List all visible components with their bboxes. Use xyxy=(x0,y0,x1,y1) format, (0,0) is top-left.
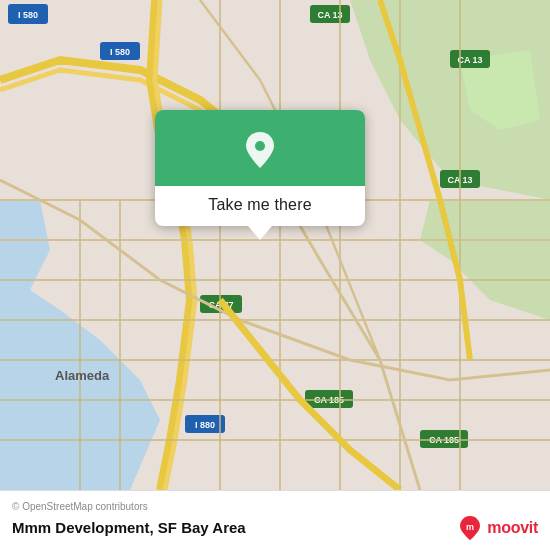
moovit-brand-name: moovit xyxy=(487,519,538,537)
svg-text:CA 13: CA 13 xyxy=(457,55,482,65)
map-container: I 580 I 580 I 880 CA 77 CA 185 CA 185 CA… xyxy=(0,0,550,490)
svg-text:I 580: I 580 xyxy=(110,47,130,57)
popup-green-area xyxy=(155,110,365,186)
place-name: Mmm Development, SF Bay Area xyxy=(12,519,246,536)
take-me-there-button[interactable]: Take me there xyxy=(155,186,365,226)
moovit-logo: m moovit xyxy=(457,515,538,541)
svg-point-39 xyxy=(255,141,265,151)
location-pin-icon xyxy=(238,128,282,172)
moovit-brand-icon: m xyxy=(457,515,483,541)
svg-text:m: m xyxy=(466,522,474,532)
svg-text:CA 13: CA 13 xyxy=(317,10,342,20)
popup-card: Take me there xyxy=(155,110,365,226)
svg-text:Alameda: Alameda xyxy=(55,368,110,383)
bottom-bar: © OpenStreetMap contributors Mmm Develop… xyxy=(0,490,550,550)
bottom-title-row: Mmm Development, SF Bay Area m moovit xyxy=(12,515,538,541)
map-attribution: © OpenStreetMap contributors xyxy=(12,501,538,512)
svg-text:I 880: I 880 xyxy=(195,420,215,430)
svg-text:I 580: I 580 xyxy=(18,10,38,20)
